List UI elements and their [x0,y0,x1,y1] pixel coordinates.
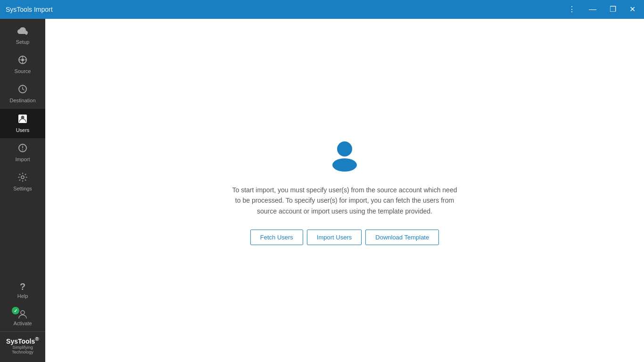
svg-point-1 [21,58,24,61]
maximize-button[interactable]: ❐ [607,5,619,14]
cloud-icon [17,27,28,37]
user-avatar [326,136,363,173]
app-title: SysTools Import [6,6,53,13]
svg-point-12 [21,311,25,314]
action-buttons: Fetch Users Import Users Download Templa… [250,230,439,245]
sidebar: Setup Source [0,19,45,362]
fetch-users-button[interactable]: Fetch Users [250,230,303,245]
sidebar-logo: SysTools® Simplifying Technology [0,331,45,358]
source-icon [17,55,28,66]
main-content: To start import, you must specify user(s… [45,19,644,362]
sidebar-bottom: ? Help Activate [0,277,45,362]
description-text: To start import, you must specify user(s… [231,185,458,216]
sidebar-item-setup-label: Setup [16,39,30,45]
sidebar-item-source[interactable]: Source [0,50,45,79]
sidebar-item-import[interactable]: Import [0,138,45,167]
app-container: Setup Source [0,0,644,362]
sidebar-item-users[interactable]: Users [0,109,45,138]
window-controls: ⋮ — ❐ ✕ [565,5,638,14]
download-template-button[interactable]: Download Template [365,230,439,245]
titlebar: SysTools Import ⋮ — ❐ ✕ [0,0,644,19]
close-button[interactable]: ✕ [627,5,638,14]
help-icon: ? [20,282,25,291]
svg-point-13 [337,141,352,156]
sidebar-item-destination[interactable]: Destination [0,79,45,108]
sidebar-item-users-label: Users [16,127,30,133]
sidebar-item-settings-label: Settings [13,186,32,192]
import-users-button[interactable]: Import Users [307,230,362,245]
svg-point-11 [21,176,24,179]
sidebar-item-activate-label: Activate [13,321,32,327]
logo-brand: SysTools® [6,336,39,345]
users-icon [17,114,28,125]
svg-point-10 [22,149,23,150]
minimize-button[interactable]: — [586,5,599,14]
sidebar-item-help-label: Help [17,293,28,299]
svg-point-14 [332,158,357,172]
sidebar-item-help[interactable]: ? Help [0,277,45,304]
activate-wrapper: Activate [2,309,43,327]
sidebar-item-setup[interactable]: Setup [0,23,45,50]
destination-icon [17,84,28,96]
sidebar-item-source-label: Source [15,68,31,74]
sidebar-item-import-label: Import [15,156,30,163]
sidebar-item-activate[interactable]: Activate [0,304,45,331]
menu-button[interactable]: ⋮ [565,5,578,14]
center-panel: To start import, you must specify user(s… [231,136,458,245]
import-icon [17,143,28,155]
gear-icon [17,172,28,184]
logo-tagline: Simplifying Technology [2,345,43,354]
sidebar-item-settings[interactable]: Settings [0,167,45,197]
sidebar-item-destination-label: Destination [9,98,35,104]
